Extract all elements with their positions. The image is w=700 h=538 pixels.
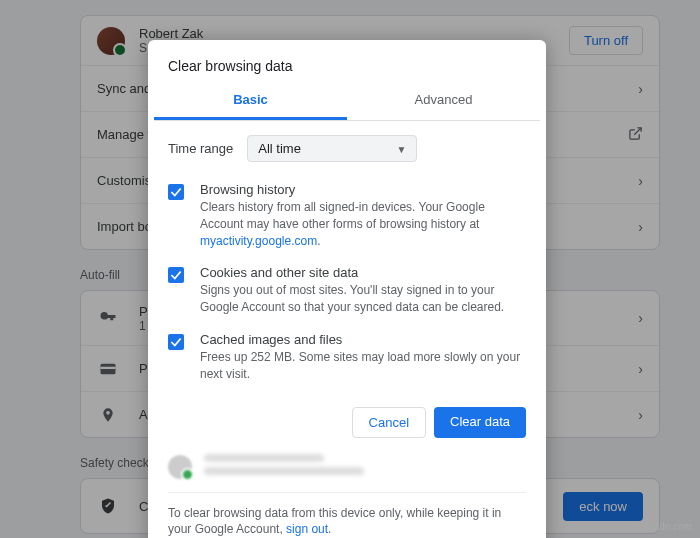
time-range-select[interactable]: All time ▼: [247, 135, 417, 162]
option-browsing-history: Browsing history Clears history from all…: [148, 172, 546, 255]
checkbox-cookies[interactable]: [168, 267, 184, 283]
tabs: Basic Advanced: [154, 82, 540, 121]
watermark: wsxdn.com: [642, 521, 692, 532]
tab-basic[interactable]: Basic: [154, 82, 347, 120]
synced-avatar: [168, 455, 192, 479]
tab-advanced[interactable]: Advanced: [347, 82, 540, 120]
myactivity-link[interactable]: myactivity.google.com: [200, 234, 317, 248]
dialog-title: Clear browsing data: [148, 40, 546, 82]
checkbox-cache[interactable]: [168, 334, 184, 350]
clear-browsing-data-dialog: Clear browsing data Basic Advanced Time …: [148, 40, 546, 538]
dropdown-arrow-icon: ▼: [396, 143, 406, 154]
sign-out-link[interactable]: sign out: [286, 522, 328, 536]
checkbox-browsing-history[interactable]: [168, 184, 184, 200]
option-title: Cookies and other site data: [200, 265, 526, 280]
option-desc: Frees up 252 MB. Some sites may load mor…: [200, 349, 526, 383]
time-range-label: Time range: [168, 141, 233, 156]
cancel-button[interactable]: Cancel: [352, 407, 426, 438]
synced-account-row: [168, 448, 526, 493]
option-desc: Clears history from all signed-in device…: [200, 199, 526, 249]
clear-data-button[interactable]: Clear data: [434, 407, 526, 438]
option-desc: Signs you out of most sites. You'll stay…: [200, 282, 526, 316]
option-cache: Cached images and files Frees up 252 MB.…: [148, 322, 546, 389]
synced-account-text: [204, 454, 364, 480]
footer-note: To clear browsing data from this device …: [148, 497, 546, 538]
option-title: Cached images and files: [200, 332, 526, 347]
option-cookies: Cookies and other site data Signs you ou…: [148, 255, 546, 322]
option-title: Browsing history: [200, 182, 526, 197]
